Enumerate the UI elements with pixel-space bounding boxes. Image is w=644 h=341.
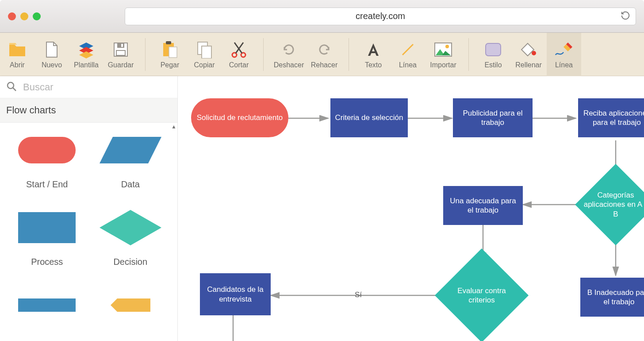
shapes-sidebar: Flow charts ▲ Start / End Data Process [0, 76, 178, 341]
edge-label-si: Sí [355, 291, 362, 299]
svg-rect-14 [486, 43, 501, 56]
paint-bucket-icon [520, 40, 537, 59]
svg-point-10 [241, 53, 245, 57]
line-icon [400, 40, 416, 59]
node-start[interactable]: Solicitud de reclutamiento [191, 98, 288, 137]
maximize-window-icon[interactable] [33, 12, 41, 20]
toolbar-separator [349, 38, 349, 71]
diagram-canvas[interactable]: Solicitud de reclutamiento Criteria de s… [178, 76, 644, 341]
open-button[interactable]: Abrir [0, 33, 34, 76]
shape-extra-1[interactable] [5, 285, 89, 334]
reload-icon[interactable] [621, 11, 630, 22]
window-controls [8, 12, 41, 20]
import-button[interactable]: Importar [425, 33, 461, 76]
line-button[interactable]: Línea [391, 33, 425, 76]
tool-label: Línea [399, 61, 417, 69]
folder-icon [8, 40, 26, 59]
svg-rect-5 [166, 41, 171, 44]
text-icon [365, 40, 381, 59]
node-label: Una adecuada para el trabajo [448, 196, 518, 215]
minimize-window-icon[interactable] [20, 12, 28, 20]
node-label: Reciba aplicaciones para el trabajo [583, 108, 644, 128]
tool-label: Plantilla [74, 61, 99, 69]
node-label: Solicitud de reclutamiento [197, 113, 283, 122]
main-toolbar: Abrir Nuevo Plantilla Guardar Pegar Copi… [0, 33, 644, 76]
shape-process[interactable]: Process [5, 207, 89, 267]
svg-rect-3 [116, 50, 125, 55]
tool-label: Estilo [484, 61, 502, 69]
node-criteria[interactable]: Criteria de selección [330, 98, 408, 137]
clipboard-icon [162, 40, 178, 59]
tool-label: Rellenar [515, 61, 542, 69]
text-button[interactable]: Texto [356, 33, 391, 76]
node-candidatos[interactable]: Candidatos de la entrevista [200, 273, 271, 315]
node-label: Evaluar contra criterios [448, 262, 515, 329]
node-evaluar[interactable]: Evaluar contra criterios [448, 262, 515, 329]
node-adecuada[interactable]: Una adecuada para el trabajo [443, 186, 523, 225]
node-inadecuado[interactable]: B Inadecuado para el trabajo [580, 278, 644, 317]
layers-icon [77, 40, 95, 59]
search-icon[interactable] [6, 81, 17, 93]
node-label: B Inadecuado para el trabajo [585, 288, 644, 307]
svg-line-17 [13, 88, 16, 91]
workspace: Flow charts ▲ Start / End Data Process [0, 76, 644, 341]
shape-palette: ▲ Start / End Data Process [0, 123, 177, 341]
extra-shape-icon [104, 285, 157, 326]
save-icon [113, 40, 129, 59]
undo-button[interactable]: Deshacer [271, 33, 307, 76]
tool-label: Cortar [229, 61, 249, 69]
svg-line-11 [402, 44, 413, 55]
page-url: creately.com [356, 11, 405, 21]
cut-button[interactable]: Cortar [222, 33, 256, 76]
node-publicidad[interactable]: Publicidad para el trabajo [453, 98, 533, 137]
shape-category-header[interactable]: Flow charts [0, 98, 177, 123]
copy-button[interactable]: Copiar [187, 33, 222, 76]
shape-label: Start / End [26, 179, 68, 190]
shape-data[interactable]: Data [89, 130, 172, 190]
copy-icon [196, 40, 212, 59]
redo-button[interactable]: Rehacer [307, 33, 341, 76]
tool-label: Línea [555, 61, 573, 69]
svg-point-9 [232, 53, 237, 57]
svg-point-16 [8, 82, 14, 89]
tool-label: Guardar [108, 61, 134, 69]
node-categorias[interactable]: Categorías aplicaciones en A y B [587, 176, 644, 233]
tool-label: Abrir [10, 61, 25, 69]
new-file-icon [45, 40, 58, 59]
tool-label: Nuevo [42, 61, 62, 69]
tool-label: Copiar [194, 61, 215, 69]
redo-icon [316, 40, 332, 59]
toolbar-separator [263, 38, 264, 71]
shape-decision[interactable]: Decision [89, 207, 172, 267]
undo-icon [281, 40, 297, 59]
paste-button[interactable]: Pegar [153, 33, 187, 76]
line-style-button[interactable]: Línea [547, 33, 581, 76]
tool-label: Deshacer [274, 61, 304, 69]
toolbar-separator [468, 38, 469, 71]
search-row [0, 76, 177, 98]
svg-marker-18 [100, 137, 161, 163]
search-input[interactable] [23, 81, 171, 93]
new-button[interactable]: Nuevo [34, 33, 69, 76]
tool-label: Texto [365, 61, 382, 69]
node-label: Candidatos de la entrevista [204, 285, 266, 304]
scroll-up-icon[interactable]: ▲ [171, 124, 176, 130]
shape-extra-2[interactable] [89, 285, 172, 334]
fill-button[interactable]: Rellenar [510, 33, 547, 76]
tool-label: Pegar [161, 61, 180, 69]
save-button[interactable]: Guardar [104, 33, 138, 76]
svg-point-13 [445, 45, 449, 48]
style-button[interactable]: Estilo [476, 33, 510, 76]
shape-start-end[interactable]: Start / End [5, 130, 89, 190]
node-label: Publicidad para el trabajo [457, 108, 528, 128]
close-window-icon[interactable] [8, 12, 16, 20]
svg-point-15 [532, 51, 536, 55]
template-button[interactable]: Plantilla [69, 33, 104, 76]
node-reciba[interactable]: Reciba aplicaciones para el trabajo [578, 98, 644, 137]
address-bar[interactable]: creately.com [125, 8, 636, 25]
toolbar-separator [145, 38, 146, 71]
image-icon [434, 40, 452, 59]
tool-label: Rehacer [311, 61, 337, 69]
shape-label: Decision [113, 257, 147, 267]
pencil-line-icon [554, 40, 574, 59]
